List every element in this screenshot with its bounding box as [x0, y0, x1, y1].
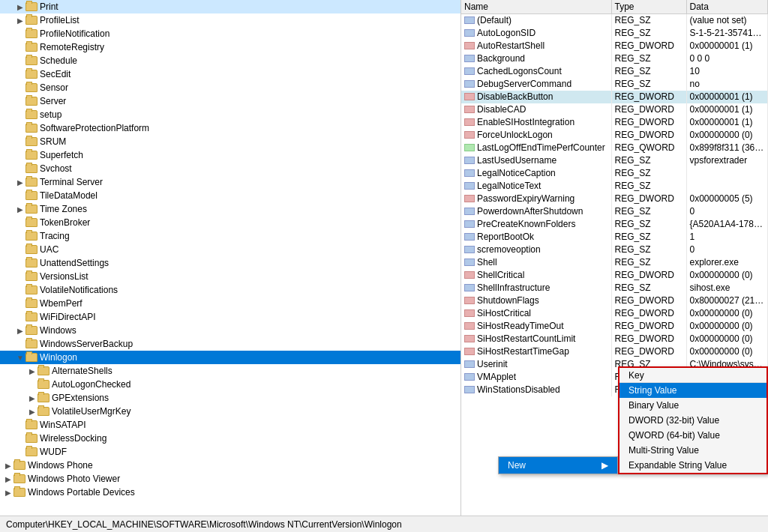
tree-item[interactable]: ▶ProfileList — [0, 13, 460, 27]
tree-item[interactable]: Svchost — [0, 162, 460, 175]
table-row[interactable]: DisableCAD REG_DWORD 0x00000001 (1) — [461, 103, 768, 116]
table-row[interactable]: ShellInfrastructure REG_SZ sihost.exe — [461, 282, 768, 294]
sub-menu[interactable]: Key String ValueBinary ValueDWORD (32-bi… — [618, 366, 768, 474]
reg-name-cell: (Default) — [461, 14, 611, 27]
tree-item[interactable]: TileDataModel — [0, 189, 460, 202]
reg-name-cell: DebugServerCommand — [461, 78, 611, 91]
table-row[interactable]: PreCreateKnownFolders REG_SZ {A520A1A4-1… — [461, 218, 768, 231]
submenu-item[interactable]: Multi-String Value — [620, 443, 766, 458]
table-row[interactable]: SiHostRestartTimeGap REG_DWORD 0x0000000… — [461, 345, 768, 358]
tree-label: VersionsList — [40, 271, 88, 282]
tree-item[interactable]: ▼Winlogon — [0, 351, 460, 364]
table-row[interactable]: ForceUnlockLogon REG_DWORD 0x00000000 (0… — [461, 129, 768, 142]
tree-item[interactable]: WbemPerf — [0, 297, 460, 310]
table-row[interactable]: SiHostRestartCountLimit REG_DWORD 0x0000… — [461, 333, 768, 345]
tree-item[interactable]: ▶Terminal Server — [0, 175, 460, 189]
submenu-item[interactable]: Binary Value — [620, 398, 766, 413]
tree-item[interactable]: setup — [0, 108, 460, 121]
reg-name: SiHostReadyTimeOut — [477, 321, 564, 331]
table-row[interactable]: scremoveoption REG_SZ 0 — [461, 244, 768, 256]
table-row[interactable]: DisableBackButton REG_DWORD 0x00000001 (… — [461, 91, 768, 103]
tree-item[interactable]: ▶Time Zones — [0, 202, 460, 216]
submenu-item[interactable]: String Value — [620, 383, 766, 398]
tree-item[interactable]: UAC — [0, 243, 460, 256]
table-row[interactable]: Background REG_SZ 0 0 0 — [461, 52, 768, 65]
submenu-item[interactable]: Expandable String Value — [620, 458, 766, 473]
reg-data-cell: S-1-5-21-357415029-1 — [686, 27, 768, 40]
tree-item[interactable]: SoftwareProtectionPlatform — [0, 121, 460, 135]
status-path: Computer\HKEY_LOCAL_MACHINE\SOFTWARE\Mic… — [6, 519, 402, 530]
table-row[interactable]: PowerdownAfterShutdown REG_SZ 0 — [461, 205, 768, 218]
tree-item[interactable]: TokenBroker — [0, 216, 460, 229]
tree-panel[interactable]: ▶Print▶ProfileList ProfileNotification R… — [0, 0, 461, 516]
folder-icon — [26, 70, 38, 79]
table-row[interactable]: DebugServerCommand REG_SZ no — [461, 78, 768, 91]
sub-menu-key-item[interactable]: Key — [620, 368, 766, 383]
tree-item[interactable]: ▶Windows Phone — [0, 459, 460, 472]
tree-item[interactable]: ▶Windows Portable Devices — [0, 486, 460, 499]
table-row[interactable]: PasswordExpiryWarning REG_DWORD 0x000000… — [461, 193, 768, 205]
tree-item[interactable]: ▶VolatileUserMgrKey — [0, 405, 460, 418]
table-row[interactable]: ReportBootOk REG_SZ 1 — [461, 231, 768, 244]
tree-item[interactable]: ▶GPExtensions — [0, 391, 460, 405]
reg-data-cell: no — [686, 78, 768, 91]
main-container: ▶Print▶ProfileList ProfileNotification R… — [0, 0, 768, 532]
tree-item[interactable]: Server — [0, 94, 460, 108]
tree-label: WinSATAPI — [40, 420, 86, 430]
tree-item[interactable]: ▶Windows Photo Viewer — [0, 472, 460, 486]
tree-label: SRUM — [40, 136, 66, 147]
table-row[interactable]: (Default) REG_SZ (value not set) — [461, 14, 768, 27]
table-row[interactable]: SiHostCritical REG_DWORD 0x00000000 (0) — [461, 307, 768, 320]
tree-item[interactable]: Sensor — [0, 81, 460, 94]
tree-item[interactable]: VolatileNotifications — [0, 283, 460, 297]
tree-item[interactable]: WindowsServerBackup — [0, 337, 460, 351]
tree-item[interactable]: ▶Print — [0, 0, 460, 13]
submenu-item[interactable]: DWORD (32-bit) Value — [620, 413, 766, 428]
tree-item[interactable]: ▶AlternateShells — [0, 364, 460, 378]
tree-item[interactable]: SecEdit — [0, 67, 460, 81]
folder-icon — [26, 191, 38, 200]
table-row[interactable]: CachedLogonsCount REG_SZ 10 — [461, 65, 768, 78]
folder-icon — [26, 43, 38, 52]
table-row[interactable]: AutoLogonSID REG_SZ S-1-5-21-357415029-1 — [461, 27, 768, 40]
tree-item[interactable]: WiFiDirectAPI — [0, 310, 460, 324]
reg-data-cell: 1 — [686, 231, 768, 244]
tree-label: VolatileUserMgrKey — [52, 406, 130, 417]
new-menu-item[interactable]: New ▶ — [499, 457, 617, 474]
tree-item[interactable]: WinSATAPI — [0, 418, 460, 432]
tree-item[interactable]: Tracing — [0, 229, 460, 243]
tree-label: Winlogon — [40, 352, 77, 363]
tree-item[interactable]: Superfetch — [0, 148, 460, 162]
tree-item[interactable]: AutoLogonChecked — [0, 378, 460, 391]
tree-item[interactable]: WUDF — [0, 445, 460, 459]
tree-item[interactable]: VersionsList — [0, 270, 460, 283]
tree-item[interactable]: UnattendSettings — [0, 256, 460, 270]
tree-item[interactable]: Schedule — [0, 54, 460, 67]
registry-panel[interactable]: Name Type Data (Default) REG_SZ (value n… — [461, 0, 768, 516]
folder-icon — [26, 326, 38, 335]
reg-icon — [464, 169, 475, 177]
tree-item[interactable]: ProfileNotification — [0, 27, 460, 40]
table-row[interactable]: EnableSIHostIntegration REG_DWORD 0x0000… — [461, 116, 768, 129]
tree-item[interactable]: WirelessDocking — [0, 432, 460, 445]
reg-name-cell: LastLogOffEndTimePerfCounter — [461, 142, 611, 154]
reg-type-cell: REG_DWORD — [611, 193, 686, 205]
tree-item[interactable]: SRUM — [0, 135, 460, 148]
table-row[interactable]: SiHostReadyTimeOut REG_DWORD 0x00000000 … — [461, 320, 768, 333]
table-row[interactable]: Shell REG_SZ explorer.exe — [461, 256, 768, 269]
table-row[interactable]: LastUsedUsername REG_SZ vpsforextrader — [461, 154, 768, 167]
folder-icon — [26, 218, 38, 227]
table-row[interactable]: ShutdownFlags REG_DWORD 0x80000027 (2147… — [461, 294, 768, 307]
table-row[interactable]: ShellCritical REG_DWORD 0x00000000 (0) — [461, 269, 768, 282]
tree-item[interactable]: ▶Windows — [0, 324, 460, 337]
table-row[interactable]: LegalNoticeText REG_SZ — [461, 180, 768, 193]
table-row[interactable]: LastLogOffEndTimePerfCounter REG_QWORD 0… — [461, 142, 768, 154]
tree-label: Svchost — [40, 163, 72, 174]
new-menu[interactable]: New ▶ — [498, 456, 618, 474]
tree-item[interactable]: RemoteRegistry — [0, 40, 460, 54]
folder-icon — [26, 232, 38, 241]
table-row[interactable]: LegalNoticeCaption REG_SZ — [461, 167, 768, 180]
reg-data-cell: 10 — [686, 65, 768, 78]
table-row[interactable]: AutoRestartShell REG_DWORD 0x00000001 (1… — [461, 40, 768, 52]
submenu-item[interactable]: QWORD (64-bit) Value — [620, 428, 766, 443]
